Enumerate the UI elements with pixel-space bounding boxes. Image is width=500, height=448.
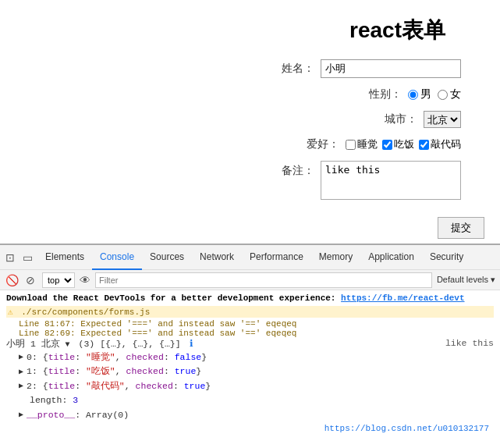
- remark-textarea[interactable]: like this: [321, 161, 461, 200]
- tab-application[interactable]: Application: [360, 245, 422, 270]
- tree-item-0: ▶ 0: {title: "睡觉", checked: false}: [19, 350, 494, 364]
- tree-item-1: ▶ 1: {title: "吃饭", checked: true}: [19, 364, 494, 379]
- tree-length: length: 3: [19, 393, 494, 407]
- inspect-icon[interactable]: ⊡: [3, 251, 17, 265]
- name-input[interactable]: [321, 59, 461, 78]
- download-message: Download the React DevTools for a better…: [6, 293, 494, 303]
- hobby-code[interactable]: 敲代码: [419, 137, 461, 151]
- gender-female-radio[interactable]: [438, 90, 448, 100]
- console-tree: ▶ 0: {title: "睡觉", checked: false} ▶ 1: …: [6, 350, 494, 422]
- tab-elements[interactable]: Elements: [37, 245, 92, 270]
- array-expand-icon[interactable]: ▼: [66, 340, 70, 349]
- tree-proto: ▶ __proto__: Array(0): [19, 408, 494, 422]
- tree-item-2: ▶ 2: {title: "敲代码", checked: true}: [19, 379, 494, 393]
- tab-performance[interactable]: Performance: [242, 245, 311, 270]
- console-bar: 🚫 ⊘ top 👁 Default levels ▾: [0, 270, 500, 290]
- gender-label: 性别：: [369, 87, 402, 101]
- form-title: react表单: [23, 16, 477, 45]
- hobby-eat[interactable]: 吃饭: [382, 137, 414, 151]
- city-select[interactable]: 北京 上海 广州: [424, 111, 461, 128]
- console-ban-icon[interactable]: 🚫: [5, 273, 19, 287]
- hobby-sleep[interactable]: 睡觉: [346, 137, 378, 151]
- hobby-group: 睡觉 吃饭 敲代码: [346, 137, 461, 151]
- tree-item-2-label: 2: {title: "敲代码", checked: true}: [27, 379, 211, 393]
- hobby-label: 爱好：: [307, 137, 339, 151]
- city-label: 城市：: [385, 112, 417, 126]
- tab-console[interactable]: Console: [92, 245, 142, 270]
- gender-female-label[interactable]: 女: [438, 87, 461, 101]
- hobby-code-checkbox[interactable]: [419, 140, 429, 150]
- gender-radio-group: 男 女: [408, 87, 461, 101]
- warning-line-2: Line 82:69: Expected '===' and instead s…: [6, 329, 494, 338]
- info-badge: ℹ: [190, 339, 193, 349]
- warning-line-1: Line 81:67: Expected '===' and instead s…: [6, 319, 494, 329]
- hobby-sleep-checkbox[interactable]: [346, 140, 356, 150]
- console-filter-icon[interactable]: ⊘: [23, 273, 37, 287]
- react-devtools-link[interactable]: https://fb.me/react-devt: [341, 293, 464, 303]
- form-area: react表单 姓名： 性别： 男 女 城市： 北京 上海 广州 爱好：: [0, 0, 500, 217]
- array-label: (3) [{…}, {…}, {…}]: [79, 339, 181, 349]
- default-levels[interactable]: Default levels ▾: [437, 275, 495, 285]
- proto-arrow[interactable]: ▶: [19, 409, 23, 421]
- tree-item-0-label: 0: {title: "睡觉", checked: false}: [27, 350, 207, 364]
- warning-icon: ⚠: [8, 308, 13, 317]
- console-log-main: 小明 1 北京 ▼ (3) [{…}, {…}, {…}] ℹ: [6, 338, 438, 350]
- watermark: https://blog.csdn.net/u010132177: [6, 424, 494, 433]
- device-icon[interactable]: ▭: [20, 251, 34, 265]
- console-filter-input[interactable]: [95, 272, 432, 288]
- warning-file: ./src/components/forms.js: [21, 308, 150, 317]
- length-label: length: 3: [19, 393, 78, 407]
- name-label: 姓名：: [282, 62, 314, 76]
- eye-icon[interactable]: 👁: [80, 274, 90, 286]
- gender-male-label[interactable]: 男: [408, 87, 431, 101]
- console-right-text: like this: [445, 338, 494, 348]
- devtools-tabs: Elements Console Sources Network Perform…: [37, 245, 471, 270]
- devtools-panel: ⊡ ▭ Elements Console Sources Network Per…: [0, 244, 500, 436]
- tree-arrow-0[interactable]: ▶: [19, 351, 23, 364]
- tree-arrow-2[interactable]: ▶: [19, 380, 23, 393]
- tab-memory[interactable]: Memory: [311, 245, 360, 270]
- hobby-eat-checkbox[interactable]: [382, 140, 392, 150]
- warning-block: ⚠ ./src/components/forms.js: [6, 306, 494, 318]
- tree-arrow-1[interactable]: ▶: [19, 366, 23, 379]
- devtools-icons: ⊡ ▭: [3, 251, 34, 265]
- gender-male-radio[interactable]: [408, 90, 418, 100]
- submit-button[interactable]: 提交: [438, 217, 484, 239]
- console-log-line: 小明 1 北京 ▼ (3) [{…}, {…}, {…}] ℹ like thi…: [6, 338, 494, 350]
- devtools-content: Download the React DevTools for a better…: [0, 290, 500, 436]
- tab-sources[interactable]: Sources: [142, 245, 192, 270]
- remark-label: 备注：: [282, 164, 314, 178]
- log-prefix: 小明 1 北京: [6, 339, 66, 349]
- devtools-toolbar: ⊡ ▭ Elements Console Sources Network Per…: [0, 245, 500, 270]
- proto-label: __proto__: Array(0): [27, 408, 129, 422]
- tree-item-1-label: 1: {title: "吃饭", checked: true}: [27, 364, 201, 379]
- tab-network[interactable]: Network: [192, 245, 242, 270]
- console-context-select[interactable]: top: [42, 272, 75, 288]
- tab-security[interactable]: Security: [422, 245, 471, 270]
